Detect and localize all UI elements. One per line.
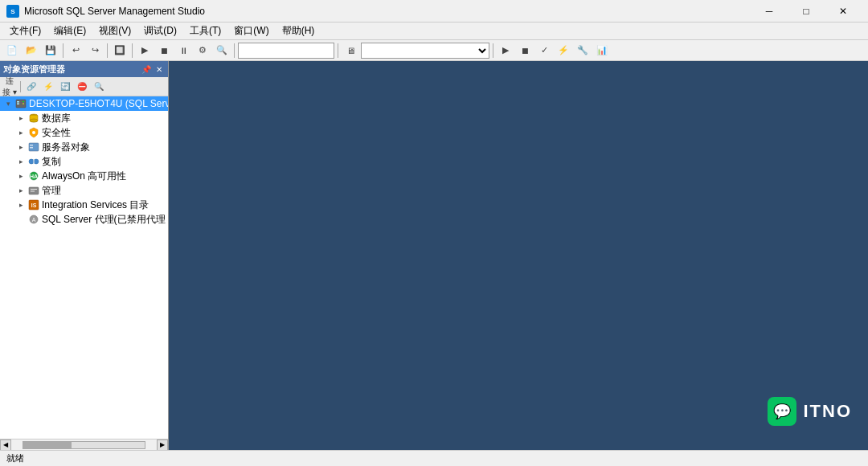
ptb-btn1[interactable]: 🔗 <box>23 80 39 94</box>
scroll-track <box>23 441 145 449</box>
panel-title: 对象资源管理器 <box>3 63 65 76</box>
is-expand-icon: ▸ <box>14 198 27 211</box>
new-btn[interactable]: 📄 <box>3 43 21 59</box>
sec-expand-icon: ▸ <box>14 126 27 139</box>
sql-agent-label: SQL Server 代理(已禁用代理 XP) <box>42 212 168 227</box>
svg-point-9 <box>32 131 35 134</box>
btn2[interactable]: ⏹ <box>155 43 173 59</box>
window-controls: ─ □ ✕ <box>751 0 862 22</box>
tree-server-objects[interactable]: ▸ 服务器对象 <box>0 140 168 154</box>
management-icon <box>27 184 40 197</box>
tree-security[interactable]: ▸ 安全性 <box>0 125 168 140</box>
parse-btn[interactable]: ✓ <box>535 43 553 59</box>
svg-point-14 <box>34 159 39 164</box>
tree-container[interactable]: ▾ DESKTOP-E5HOT4U (SQL Server 12.0 ▸ <box>0 96 168 439</box>
minimize-button[interactable]: ─ <box>751 0 788 22</box>
tree-sql-agent[interactable]: A SQL Server 代理(已禁用代理 XP) <box>0 212 168 227</box>
redo-btn[interactable]: ↪ <box>86 43 104 59</box>
close-button[interactable]: ✕ <box>825 0 862 22</box>
db-dropdown[interactable] <box>361 43 489 59</box>
server-icon <box>14 97 27 110</box>
btn1[interactable]: ▶ <box>136 43 154 59</box>
ptb-btn3[interactable]: 🔄 <box>57 80 73 94</box>
connect-btn[interactable]: 连接 ▾ <box>2 80 18 94</box>
tree-databases[interactable]: ▸ 数据库 <box>0 111 168 125</box>
title-bar: S Microsoft SQL Server Management Studio… <box>0 0 868 22</box>
menu-edit[interactable]: 编辑(E) <box>47 22 92 39</box>
ptb-btn4[interactable]: ⛔ <box>74 80 90 94</box>
svg-text:IS: IS <box>31 202 37 208</box>
menu-help[interactable]: 帮助(H) <box>276 22 321 39</box>
content-area <box>169 61 868 450</box>
svg-rect-6 <box>23 104 24 104</box>
tree-replication[interactable]: ▸ 复制 <box>0 154 168 169</box>
ao-expand-icon: ▸ <box>14 170 27 182</box>
maximize-button[interactable]: □ <box>788 0 825 22</box>
panel-header-buttons: 📌 ✕ <box>141 63 165 75</box>
menu-file[interactable]: 文件(F) <box>3 22 47 39</box>
menu-tools[interactable]: 工具(T) <box>183 22 227 39</box>
svg-rect-3 <box>17 101 19 103</box>
tree-integration-services[interactable]: ▸ IS Integration Services 目录 <box>0 198 168 212</box>
alwayson-label: AlwaysOn 高可用性 <box>42 169 126 183</box>
tree-management[interactable]: ▸ 管理 <box>0 183 168 198</box>
status-bar: 就绪 <box>0 450 868 466</box>
replication-icon <box>27 155 40 168</box>
sep3 <box>132 43 133 58</box>
new-query-btn[interactable]: 🔲 <box>111 43 129 59</box>
exec-btn[interactable]: ▶ <box>497 43 514 59</box>
undo-btn[interactable]: ↩ <box>67 43 84 59</box>
scroll-left-btn[interactable]: ◀ <box>0 439 11 451</box>
server-objects-label: 服务器对象 <box>42 140 90 154</box>
btn4[interactable]: ⚙ <box>194 43 211 59</box>
svg-text:S: S <box>10 8 15 15</box>
database-icon <box>27 112 40 125</box>
main-toolbar: 📄 📂 💾 ↩ ↪ 🔲 ▶ ⏹ ⏸ ⚙ 🔍 🖥 ▶ ⏹ ✓ ⚡ 🔧 📊 <box>0 40 868 61</box>
panel-header: 对象资源管理器 📌 ✕ <box>0 61 168 77</box>
db-expand-icon: ▸ <box>14 112 27 125</box>
rep-expand-icon: ▸ <box>14 155 27 168</box>
save-btn[interactable]: 💾 <box>42 43 59 59</box>
tree-alwayson[interactable]: ▸ HA AlwaysOn 高可用性 <box>0 169 168 183</box>
mgmt-expand-icon: ▸ <box>14 184 27 197</box>
menu-view[interactable]: 视图(V) <box>92 22 137 39</box>
sep2 <box>107 43 108 58</box>
panel-pin-btn[interactable]: 📌 <box>141 63 152 75</box>
btn6[interactable]: 🖥 <box>342 43 359 59</box>
panel-toolbar: 连接 ▾ 🔗 ⚡ 🔄 ⛔ 🔍 <box>0 77 168 96</box>
ptb-btn2[interactable]: ⚡ <box>40 80 56 94</box>
menu-debug[interactable]: 调试(D) <box>137 22 183 39</box>
scroll-thumb <box>23 442 72 448</box>
search-input[interactable] <box>238 43 334 59</box>
agent-expand-icon <box>18 213 27 226</box>
tree-root[interactable]: ▾ DESKTOP-E5HOT4U (SQL Server 12.0 <box>0 96 168 111</box>
svg-rect-19 <box>31 189 37 190</box>
misc-btn[interactable]: ⚡ <box>555 43 572 59</box>
misc-btn3[interactable]: 📊 <box>593 43 611 59</box>
svg-rect-4 <box>17 104 19 105</box>
svg-text:HA: HA <box>30 174 38 179</box>
stop-btn[interactable]: ⏹ <box>516 43 534 59</box>
svg-rect-5 <box>23 101 24 102</box>
sql-agent-icon: A <box>27 213 40 226</box>
open-btn[interactable]: 📂 <box>23 43 40 59</box>
management-label: 管理 <box>42 183 61 198</box>
sep4 <box>234 43 235 58</box>
svg-point-8 <box>30 119 38 122</box>
btn3[interactable]: ⏸ <box>174 43 192 59</box>
scroll-right-btn[interactable]: ▶ <box>157 439 168 451</box>
panel-close-btn[interactable]: ✕ <box>154 63 165 75</box>
databases-label: 数据库 <box>42 111 71 125</box>
app-icon: S <box>6 5 19 18</box>
svg-rect-20 <box>31 191 35 192</box>
svg-text:A: A <box>32 217 36 223</box>
btn5[interactable]: 🔍 <box>213 43 231 59</box>
ptb-btn5[interactable]: 🔍 <box>91 80 107 94</box>
status-text: 就绪 <box>6 452 24 464</box>
svg-point-13 <box>29 159 34 164</box>
menu-window[interactable]: 窗口(W) <box>227 22 275 39</box>
misc-btn2[interactable]: 🔧 <box>574 43 592 59</box>
server-obj-icon <box>27 141 40 153</box>
sep1 <box>63 43 63 58</box>
horizontal-scrollbar[interactable]: ◀ ▶ <box>0 439 168 450</box>
